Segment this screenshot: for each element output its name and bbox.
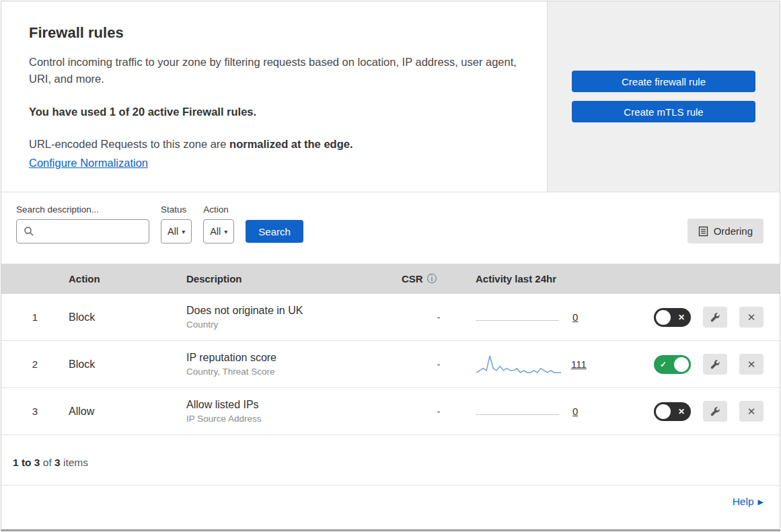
activity-count-link[interactable]: 0 xyxy=(572,406,578,417)
status-value: All xyxy=(168,226,178,237)
rule-priority: 1 xyxy=(1,311,69,323)
normalization-bold: normalized at the edge. xyxy=(229,138,352,150)
rule-activity: 111 xyxy=(476,352,637,377)
status-select[interactable]: All ▾ xyxy=(161,219,192,243)
create-mtls-rule-button[interactable]: Create mTLS rule xyxy=(572,101,755,122)
action-column-header: Action xyxy=(69,273,186,284)
x-icon: ✕ xyxy=(678,313,685,322)
activity-flatline xyxy=(476,307,559,321)
help-label: Help xyxy=(733,496,754,508)
pagination-total: 3 xyxy=(54,457,61,468)
rule-description-text: IP reputation score xyxy=(186,352,402,364)
delete-rule-button[interactable]: ✕ xyxy=(739,307,764,328)
ordering-button[interactable]: Ordering xyxy=(687,219,764,243)
pagination-summary: 1 to 3 of 3 items xyxy=(1,435,780,486)
action-filter: Action All ▾ xyxy=(203,204,234,243)
action-label: Action xyxy=(203,204,234,215)
rule-enabled-toggle[interactable]: ✓ ✕ xyxy=(654,355,691,374)
chevron-down-icon: ▾ xyxy=(224,228,227,235)
help-bar: Help ▶ xyxy=(1,486,780,518)
pagination-of: of xyxy=(43,457,52,468)
info-icon[interactable]: ⓘ xyxy=(427,273,437,285)
page-header-section: Firewall rules Control incoming traffic … xyxy=(1,1,780,192)
activity-count-link[interactable]: 0 xyxy=(572,311,578,323)
toggle-knob xyxy=(674,357,689,372)
search-icon xyxy=(24,226,34,237)
wrench-icon xyxy=(710,406,720,417)
activity-flatline xyxy=(476,402,559,415)
action-value: All xyxy=(210,226,221,237)
rule-priority: 2 xyxy=(1,358,69,370)
toggle-knob xyxy=(656,310,671,325)
activity-sparkline xyxy=(476,352,562,377)
page-description: Control incoming traffic to your zone by… xyxy=(29,54,520,87)
edit-rule-button[interactable] xyxy=(703,307,727,328)
rule-action: Allow xyxy=(69,406,186,418)
help-link[interactable]: Help ▶ xyxy=(733,496,764,508)
table-row: 2 Block IP reputation score Country, Thr… xyxy=(1,341,780,388)
usage-note: You have used 1 of 20 active Firewall ru… xyxy=(29,104,520,120)
search-field: Search description... xyxy=(16,204,149,243)
rule-action: Block xyxy=(69,358,186,371)
rule-activity: 0 xyxy=(476,311,637,324)
search-button[interactable]: Search xyxy=(246,220,303,243)
activity-count-link[interactable]: 111 xyxy=(571,358,587,370)
description-column-header: Description xyxy=(186,273,402,284)
rule-description: IP reputation score Country, Threat Scor… xyxy=(186,352,402,377)
delete-rule-button[interactable]: ✕ xyxy=(739,354,764,375)
check-icon: ✓ xyxy=(660,360,667,369)
firewall-rules-page: Firewall rules Control incoming traffic … xyxy=(1,1,780,531)
table-row: 1 Block Does not originate in UK Country… xyxy=(1,294,780,341)
action-select[interactable]: All ▾ xyxy=(203,219,234,243)
rule-csr-value: - xyxy=(402,311,476,323)
rule-action: Block xyxy=(69,311,186,324)
pagination-range: 1 to 3 xyxy=(13,457,40,468)
close-icon: ✕ xyxy=(747,311,756,324)
rule-enabled-toggle[interactable]: ✓ ✕ xyxy=(654,402,691,421)
pagination-items-label: items xyxy=(63,457,88,468)
rule-description: Allow listed IPs IP Source Address xyxy=(186,399,402,424)
wrench-icon xyxy=(710,359,720,370)
rule-csr-value: - xyxy=(402,406,476,417)
rule-criteria: Country, Threat Score xyxy=(186,367,402,377)
rule-enabled-toggle[interactable]: ✓ ✕ xyxy=(654,308,691,327)
table-header: Action Description CSR ⓘ Activity last 2… xyxy=(1,264,780,294)
search-input[interactable] xyxy=(16,219,149,243)
delete-rule-button[interactable]: ✕ xyxy=(739,401,764,422)
intro-panel: Firewall rules Control incoming traffic … xyxy=(1,1,548,192)
wrench-icon xyxy=(710,312,720,323)
help-arrow-icon: ▶ xyxy=(758,498,764,506)
actions-panel: Create firewall rule Create mTLS rule xyxy=(548,1,780,192)
activity-column-header: Activity last 24hr xyxy=(476,273,637,284)
normalization-note: URL-encoded Requests to this zone are no… xyxy=(29,136,520,153)
rule-description-text: Does not originate in UK xyxy=(186,305,402,317)
rule-controls: ✓ ✕ ✕ xyxy=(637,307,780,328)
table-row: 3 Allow Allow listed IPs IP Source Addre… xyxy=(1,388,780,435)
rule-description: Does not originate in UK Country xyxy=(186,305,402,330)
search-label: Search description... xyxy=(16,204,149,215)
filter-bar: Search description... Status All ▾ Actio… xyxy=(1,192,780,254)
rule-controls: ✓ ✕ ✕ xyxy=(637,401,780,422)
edit-rule-button[interactable] xyxy=(703,401,727,422)
close-icon: ✕ xyxy=(747,358,756,371)
edit-rule-button[interactable] xyxy=(703,354,727,375)
rule-controls: ✓ ✕ ✕ xyxy=(637,354,780,375)
rule-criteria: Country xyxy=(186,319,402,330)
csr-column-header: CSR ⓘ xyxy=(402,273,476,285)
rule-priority: 3 xyxy=(1,406,69,417)
rule-criteria: IP Source Address xyxy=(186,414,402,424)
status-label: Status xyxy=(161,204,192,215)
page-title: Firewall rules xyxy=(29,24,520,42)
x-icon: ✕ xyxy=(678,407,685,416)
rule-description-text: Allow listed IPs xyxy=(186,399,402,411)
toggle-knob xyxy=(656,404,671,419)
normalization-text: URL-encoded Requests to this zone are xyxy=(29,138,227,150)
ordering-label: Ordering xyxy=(714,225,753,237)
rule-csr-value: - xyxy=(402,358,476,370)
status-filter: Status All ▾ xyxy=(161,204,192,243)
chevron-down-icon: ▾ xyxy=(182,228,185,235)
close-icon: ✕ xyxy=(747,406,756,418)
create-firewall-rule-button[interactable]: Create firewall rule xyxy=(572,71,755,92)
ordering-icon xyxy=(698,226,708,237)
configure-normalization-link[interactable]: Configure Normalization xyxy=(29,157,148,169)
